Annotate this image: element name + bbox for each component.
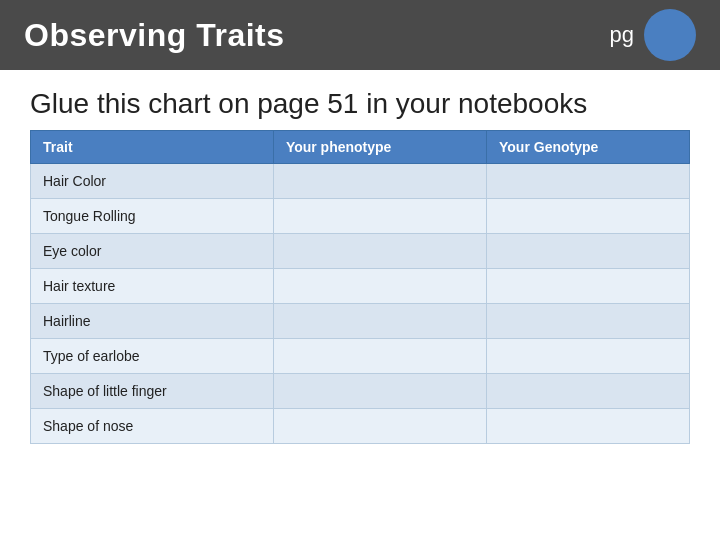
table-row: Shape of little finger xyxy=(31,374,690,409)
cell-4-2 xyxy=(487,304,690,339)
cell-7-2 xyxy=(487,409,690,444)
table-row: Hair Color xyxy=(31,164,690,199)
table-row: Shape of nose xyxy=(31,409,690,444)
cell-2-2 xyxy=(487,234,690,269)
cell-0-2 xyxy=(487,164,690,199)
traits-table-container: TraitYour phenotypeYour Genotype Hair Co… xyxy=(0,130,720,454)
cell-5-1 xyxy=(273,339,486,374)
cell-7-0: Shape of nose xyxy=(31,409,274,444)
cell-3-2 xyxy=(487,269,690,304)
cell-0-1 xyxy=(273,164,486,199)
cell-6-1 xyxy=(273,374,486,409)
table-row: Type of earlobe xyxy=(31,339,690,374)
table-body: Hair ColorTongue RollingEye colorHair te… xyxy=(31,164,690,444)
table-col-1: Your phenotype xyxy=(273,131,486,164)
page-header: Observing Traits pg xyxy=(0,0,720,70)
cell-6-2 xyxy=(487,374,690,409)
page-title: Observing Traits xyxy=(24,17,285,54)
cell-5-0: Type of earlobe xyxy=(31,339,274,374)
table-col-2: Your Genotype xyxy=(487,131,690,164)
header-right: pg xyxy=(610,9,696,61)
table-row: Hair texture xyxy=(31,269,690,304)
cell-6-0: Shape of little finger xyxy=(31,374,274,409)
cell-3-0: Hair texture xyxy=(31,269,274,304)
table-header-row: TraitYour phenotypeYour Genotype xyxy=(31,131,690,164)
table-row: Tongue Rolling xyxy=(31,199,690,234)
table-col-0: Trait xyxy=(31,131,274,164)
cell-4-1 xyxy=(273,304,486,339)
table-row: Hairline xyxy=(31,304,690,339)
cell-2-1 xyxy=(273,234,486,269)
cell-1-1 xyxy=(273,199,486,234)
cell-3-1 xyxy=(273,269,486,304)
cell-1-2 xyxy=(487,199,690,234)
cell-1-0: Tongue Rolling xyxy=(31,199,274,234)
table-header: TraitYour phenotypeYour Genotype xyxy=(31,131,690,164)
cell-0-0: Hair Color xyxy=(31,164,274,199)
cell-2-0: Eye color xyxy=(31,234,274,269)
cell-7-1 xyxy=(273,409,486,444)
page-subtitle: Glue this chart on page 51 in your noteb… xyxy=(0,70,720,130)
cell-4-0: Hairline xyxy=(31,304,274,339)
traits-table: TraitYour phenotypeYour Genotype Hair Co… xyxy=(30,130,690,444)
circle-decoration xyxy=(644,9,696,61)
pg-label: pg xyxy=(610,22,634,48)
table-row: Eye color xyxy=(31,234,690,269)
cell-5-2 xyxy=(487,339,690,374)
